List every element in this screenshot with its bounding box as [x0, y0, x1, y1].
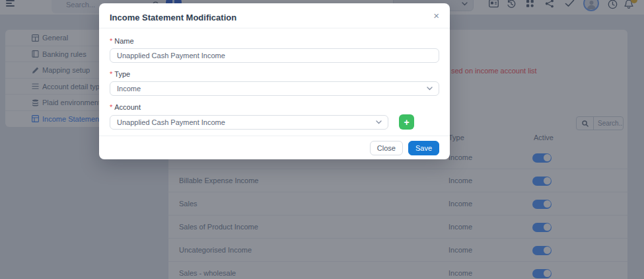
modal-header: Income Statement Modification ×: [99, 3, 450, 28]
required-marker: *: [110, 70, 112, 78]
name-field-label: *Name: [110, 37, 439, 45]
modal-title: Income Statement Modification: [110, 13, 236, 22]
type-select-value: Income: [117, 85, 141, 93]
name-field[interactable]: [110, 48, 439, 63]
account-select[interactable]: Unapplied Cash Payment Income: [110, 115, 388, 130]
type-select[interactable]: Income: [110, 81, 439, 96]
app-window: Quick Actions: [0, 0, 644, 279]
required-marker: *: [110, 103, 112, 111]
close-icon[interactable]: ×: [432, 9, 441, 22]
type-field-label: *Type: [110, 70, 439, 78]
required-marker: *: [110, 37, 112, 45]
income-statement-modification-modal: Income Statement Modification × *Name *T…: [99, 3, 450, 159]
close-button[interactable]: Close: [370, 141, 403, 155]
chevron-down-icon: [376, 120, 382, 124]
account-select-value: Unapplied Cash Payment Income: [117, 118, 225, 126]
account-field-label: *Account: [110, 103, 439, 111]
save-button[interactable]: Save: [408, 141, 439, 155]
add-account-button[interactable]: +: [399, 114, 414, 130]
modal-footer: Close Save: [99, 136, 450, 159]
modal-body: *Name *Type Income *Account: [99, 28, 450, 130]
chevron-down-icon: [427, 87, 433, 91]
